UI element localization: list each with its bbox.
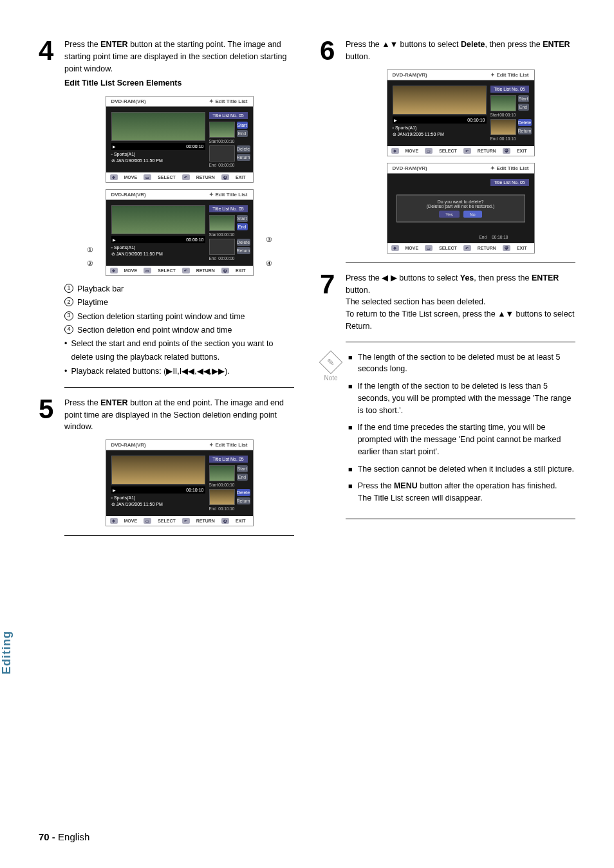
side-tab: Editing: [0, 631, 14, 674]
meta1: Sports(A1): [395, 125, 416, 130]
btn-return[interactable]: Return: [237, 154, 250, 161]
f: MOVE: [124, 268, 138, 273]
meta2: JAN/19/2005 11:50 PM: [116, 252, 162, 256]
return-icon: ↶: [182, 518, 190, 524]
f: RETURN: [196, 519, 215, 523]
btn-end[interactable]: End: [237, 130, 248, 137]
thumb-start: [209, 122, 235, 138]
step-number: 7: [320, 272, 346, 297]
time: 00:10:10: [499, 136, 516, 141]
btn-return[interactable]: Return: [518, 127, 532, 134]
marker-2: ②: [87, 259, 93, 268]
t: Press the MENU button after the operatio…: [358, 480, 557, 504]
t: The length of the section to be deleted …: [358, 351, 575, 376]
btn-end[interactable]: End: [518, 104, 529, 111]
play-icon: ▶: [113, 237, 116, 242]
step-body: Press the ▲▼ buttons to select Delete, t…: [346, 39, 575, 63]
f: MOVE: [405, 149, 419, 153]
t: Playtime: [77, 296, 108, 309]
screen-edit-title-e: DVD-RAM(VR) ✦ Edit Title List Title List…: [387, 163, 535, 254]
time: 00:10:10: [492, 235, 508, 239]
step-body: Press the ◀ ▶ buttons to select Yes, the…: [346, 272, 575, 333]
lbl: End: [209, 506, 217, 511]
step-number: 4: [39, 39, 64, 63]
btn-start[interactable]: Start: [237, 122, 248, 129]
btn-start[interactable]: Start: [237, 215, 248, 222]
play-icon: ▶: [394, 118, 397, 122]
subtitle: Edit Title List Screen Elements: [64, 77, 294, 89]
yes-button[interactable]: Yes: [439, 210, 459, 217]
screen-edit-title-a: DVD-RAM(VR) ✦ Edit Title List ▶00:00:10 …: [106, 96, 254, 183]
time: 00:00:10: [218, 232, 234, 237]
separator: [346, 519, 575, 519]
thumb-start: [209, 465, 235, 481]
note-block: ✎ Note ■The length of the section to be …: [320, 351, 575, 510]
page-number: 70 - English: [39, 831, 89, 842]
btn-delete[interactable]: Delete: [237, 239, 250, 246]
no-button[interactable]: No: [463, 210, 482, 217]
btn-end[interactable]: End: [237, 474, 248, 481]
meta2: JAN/19/2005 11:50 PM: [397, 132, 443, 136]
lbl: Start: [490, 113, 499, 117]
title-no: Title List No. 05: [490, 179, 529, 186]
f: EXIT: [517, 246, 527, 250]
f: SELECT: [158, 175, 176, 180]
hdr-right: ✦ Edit Title List: [490, 165, 528, 171]
btn-delete[interactable]: Delete: [237, 489, 250, 496]
time: 00:00:10: [218, 483, 234, 487]
thumb-end: [209, 489, 235, 505]
step-body: Press the ENTER button at the end point.…: [64, 397, 294, 433]
lbl: End: [479, 235, 487, 239]
t: Press the ◀ ▶ buttons to select: [346, 273, 460, 282]
title-no: Title List No. 05: [209, 205, 248, 212]
kw: ENTER: [100, 398, 127, 407]
title-no: Title List No. 05: [209, 112, 248, 119]
t: The selected section has been deleted.: [346, 297, 486, 306]
kw: ENTER: [543, 40, 570, 49]
t: Press the: [64, 40, 100, 49]
meta1: Sports(A1): [114, 245, 135, 250]
t: Section deletion starting point window a…: [77, 310, 245, 324]
thumb-start: [490, 95, 516, 111]
screen-edit-title-b: DVD-RAM(VR) ✦ Edit Title List ▶00:00:10 …: [106, 189, 254, 276]
move-icon: ✥: [391, 148, 399, 154]
btn-end[interactable]: End: [237, 223, 248, 230]
meta2: JAN/19/2005 11:50 PM: [116, 158, 162, 163]
note-list: ■The length of the section to be deleted…: [348, 351, 575, 510]
btn-return[interactable]: Return: [237, 497, 250, 504]
t: To return to the Title List screen, pres…: [346, 309, 574, 331]
separator: [346, 263, 575, 263]
f: EXIT: [236, 268, 246, 273]
thumb-end: [490, 119, 516, 135]
f: RETURN: [196, 175, 215, 180]
hdr-left: DVD-RAM(VR): [393, 72, 427, 78]
kw: ENTER: [100, 40, 127, 49]
step-6: 6 Press the ▲▼ buttons to select Delete,…: [320, 39, 575, 63]
square-bullet: ■: [348, 352, 353, 363]
move-icon: ✥: [110, 268, 118, 273]
t: If the length of the section to be delet…: [358, 380, 575, 416]
marker-1: ①: [87, 246, 93, 254]
f: RETURN: [478, 149, 496, 153]
return-icon: ↶: [182, 268, 190, 273]
btn-delete[interactable]: Delete: [518, 119, 532, 126]
t: Section deletion end point window and ti…: [77, 324, 232, 337]
t: The section cannot be deleted when it in…: [358, 463, 574, 476]
btn-delete[interactable]: Delete: [237, 145, 250, 152]
btn-start[interactable]: Start: [518, 95, 529, 102]
f: MOVE: [124, 519, 138, 523]
f: SELECT: [158, 519, 176, 523]
step-number: 5: [39, 397, 64, 421]
f: MOVE: [405, 246, 419, 250]
btn-start[interactable]: Start: [237, 465, 248, 472]
f: EXIT: [236, 519, 246, 523]
note-icon: ✎: [319, 350, 343, 374]
f: RETURN: [478, 246, 496, 250]
select-icon: ▭: [425, 245, 433, 251]
note-label: Note: [320, 374, 342, 382]
t: button.: [346, 52, 370, 61]
t: , then press the: [485, 40, 543, 49]
btn-return[interactable]: Return: [237, 247, 250, 254]
title-no: Title List No. 05: [490, 86, 529, 93]
meta1: Sports(A1): [114, 495, 135, 500]
